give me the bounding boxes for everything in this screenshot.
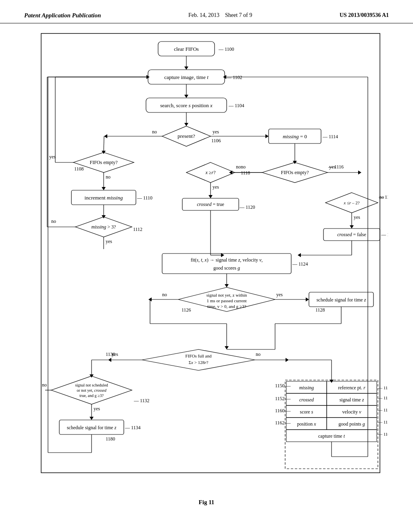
svg-text:fit(s, t, x) → signal time z, : fit(s, t, x) → signal time z, velocity v… — [191, 257, 263, 263]
svg-text:no: no — [42, 382, 47, 388]
svg-marker-79 — [350, 225, 354, 229]
svg-marker-89 — [298, 253, 301, 257]
svg-text:— 1102: — 1102 — [226, 75, 242, 80]
svg-marker-107 — [306, 297, 309, 301]
svg-text:missing: missing — [299, 385, 314, 391]
svg-marker-21 — [104, 134, 107, 138]
svg-text:1162 —: 1162 — — [275, 420, 291, 426]
svg-text:or not yet, crossed: or not yet, crossed — [77, 388, 107, 393]
svg-text:yes: yes — [49, 154, 56, 160]
svg-text:signal not yet, z within: signal not yet, z within — [206, 293, 247, 297]
svg-text:1128: 1128 — [315, 307, 325, 313]
svg-text:reference pt. r: reference pt. r — [338, 385, 365, 391]
svg-text:missing > 3?: missing > 3? — [92, 224, 116, 230]
svg-text:— 1104: — 1104 — [228, 103, 244, 108]
publication-date: Feb. 14, 2013 — [188, 12, 219, 18]
svg-text:capture image, time t: capture image, time t — [164, 74, 209, 80]
svg-text:present?: present? — [177, 133, 195, 139]
svg-text:— 1110: — 1110 — [137, 195, 152, 201]
header-center: Feb. 14, 2013 Sheet 7 of 9 — [188, 12, 252, 19]
svg-marker-10 — [184, 95, 188, 98]
svg-text:true, and g ≥3?: true, and g ≥3? — [79, 393, 104, 398]
svg-text:search, score s position x: search, score s position x — [160, 102, 213, 108]
svg-text:yes: yes — [94, 406, 100, 411]
svg-text:no: no — [106, 174, 111, 180]
svg-text:Σx > 128r?: Σx > 128r? — [189, 360, 209, 365]
svg-text:capture time t: capture time t — [318, 433, 345, 439]
svg-text:signal time z: signal time z — [340, 397, 364, 403]
svg-text:increment missing: increment missing — [85, 195, 123, 201]
svg-text:FIFOs empty?: FIFOs empty? — [90, 160, 118, 165]
svg-text:crossed = true: crossed = true — [197, 202, 224, 207]
svg-marker-69 — [209, 195, 213, 198]
svg-text:— 1120: — 1120 — [239, 204, 255, 210]
svg-text:— 1114: — 1114 — [322, 134, 338, 139]
svg-text:yes: yes — [276, 292, 283, 297]
svg-text:1112: 1112 — [133, 227, 142, 232]
svg-text:1106: 1106 — [211, 138, 221, 143]
svg-text:schedule signal for time z: schedule signal for time z — [67, 425, 117, 430]
svg-text:time, v > 0, and g ≥3?: time, v > 0, and g ≥3? — [207, 304, 246, 309]
svg-marker-64 — [358, 170, 361, 175]
svg-text:1152 —: 1152 — — [275, 396, 291, 401]
svg-marker-125 — [108, 358, 111, 362]
svg-text:1 ms  or passed current: 1 ms or passed current — [207, 298, 247, 303]
svg-text:1160 —: 1160 — — [275, 408, 291, 414]
svg-text:— 1124: — 1124 — [292, 261, 308, 267]
svg-text:FIFOs full and: FIFOs full and — [186, 353, 212, 358]
svg-marker-188 — [102, 151, 106, 154]
svg-text:x ≥r?: x ≥r? — [205, 170, 216, 175]
svg-text:yes: yes — [213, 184, 219, 190]
svg-text:score s: score s — [300, 409, 313, 415]
sheet-info: Sheet 7 of 9 — [225, 12, 252, 18]
svg-text:no: no — [51, 218, 56, 224]
svg-text:— 1170: — 1170 — [378, 395, 388, 400]
svg-text:no: no — [152, 129, 157, 135]
svg-text:— 1154: — 1154 — [378, 385, 388, 390]
svg-line-187 — [104, 136, 104, 152]
svg-marker-185 — [90, 374, 94, 378]
svg-text:yes: yes — [112, 351, 118, 357]
svg-text:no: no — [236, 164, 241, 170]
svg-marker-24 — [265, 134, 269, 138]
svg-text:— 1134: — 1134 — [125, 425, 141, 430]
diagram-area: clear FIFOs — 1100 capture image, time t… — [25, 27, 388, 495]
svg-text:position x: position x — [297, 421, 317, 427]
svg-text:x ≤r – 2?: x ≤r – 2? — [343, 200, 359, 205]
svg-text:no: no — [162, 292, 167, 297]
svg-marker-138 — [90, 417, 94, 420]
svg-text:1150 —: 1150 — — [275, 383, 291, 389]
svg-text:— 1174: — 1174 — [378, 420, 388, 424]
svg-marker-38 — [102, 187, 106, 190]
svg-marker-96 — [225, 284, 229, 287]
svg-text:1126: 1126 — [181, 307, 191, 313]
svg-marker-5 — [184, 66, 188, 70]
svg-marker-128 — [286, 358, 289, 362]
svg-text:crossed: crossed — [299, 397, 314, 403]
svg-text:yes: yes — [329, 164, 336, 170]
svg-text:crossed = false: crossed = false — [337, 232, 366, 237]
svg-text:1118: 1118 — [241, 170, 250, 176]
svg-text:— 1100: — 1100 — [218, 46, 234, 52]
svg-text:clear FIFOs: clear FIFOs — [174, 46, 199, 52]
svg-text:no: no — [379, 194, 384, 200]
svg-text:no: no — [256, 351, 261, 357]
svg-text:missing = 0: missing = 0 — [283, 133, 307, 139]
svg-text:1180: 1180 — [106, 436, 115, 442]
svg-text:good scores g: good scores g — [213, 265, 240, 271]
svg-text:schedule signal for time z: schedule signal for time z — [317, 297, 366, 303]
svg-text:— 1172: — 1172 — [378, 407, 388, 412]
figure-caption: Fig 11 — [0, 499, 413, 506]
svg-text:— 1164: — 1164 — [378, 432, 388, 436]
svg-text:— 1122: — 1122 — [381, 232, 388, 237]
svg-text:1108: 1108 — [74, 166, 84, 172]
svg-text:yes: yes — [354, 214, 360, 220]
svg-text:FIFOs empty?: FIFOs empty? — [281, 170, 309, 175]
patent-number: US 2013/0039536 A1 — [340, 12, 389, 19]
svg-text:no: no — [241, 164, 246, 170]
svg-text:— 1132: — 1132 — [133, 398, 150, 403]
svg-text:yes: yes — [106, 239, 112, 244]
publication-title: Patent Application Publication — [24, 12, 101, 19]
svg-text:velocity v: velocity v — [342, 409, 362, 415]
page-header: Patent Application Publication Feb. 14, … — [0, 0, 413, 23]
